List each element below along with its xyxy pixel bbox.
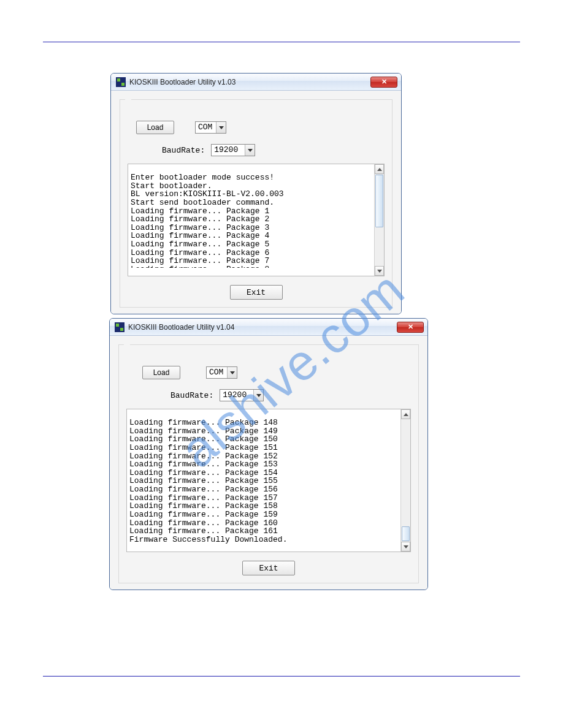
chevron-down-icon[interactable] — [227, 367, 237, 378]
com-port-value: COM — [207, 367, 227, 378]
titlebar[interactable]: KIOSKIII Bootloader Utility v1.03 ✕ — [111, 74, 401, 91]
chevron-down-icon[interactable] — [216, 122, 226, 133]
load-button[interactable]: Load — [136, 121, 174, 134]
exit-button[interactable]: Exit — [230, 285, 283, 300]
baudrate-value: 19200 — [212, 145, 245, 156]
load-button[interactable]: Load — [142, 366, 180, 379]
baudrate-label: BaudRate: — [162, 146, 205, 155]
log-text: Loading firmware... Package 148 Loading … — [127, 417, 400, 544]
scroll-up-button[interactable] — [401, 409, 410, 419]
window-title: KIOSKIII Bootloader Utility v1.04 — [128, 323, 397, 332]
log-output: Loading firmware... Package 148 Loading … — [126, 409, 411, 552]
scrollbar[interactable] — [400, 409, 410, 552]
com-port-select[interactable]: COM — [206, 366, 237, 379]
baudrate-value: 19200 — [220, 390, 253, 401]
scrollbar[interactable] — [374, 164, 384, 276]
close-button[interactable]: ✕ — [397, 322, 424, 333]
app-icon — [116, 77, 126, 87]
app-icon — [115, 322, 124, 332]
header-rule — [43, 42, 520, 42]
log-text: Enter bootloader mode success! Start boo… — [128, 172, 374, 268]
bootloader-window-1: KIOSKIII Bootloader Utility v1.03 ✕ Load… — [110, 73, 402, 314]
group-box: Load COM BaudRate: 19200 Enter bootloade… — [120, 99, 393, 308]
scroll-down-button[interactable] — [375, 266, 384, 276]
client-area: Load COM BaudRate: 19200 Enter bootloade… — [111, 91, 401, 314]
com-port-select[interactable]: COM — [195, 121, 226, 134]
titlebar[interactable]: KIOSKIII Bootloader Utility v1.04 ✕ — [110, 319, 427, 336]
baudrate-select[interactable]: 19200 — [220, 389, 264, 401]
bootloader-window-2: KIOSKIII Bootloader Utility v1.04 ✕ Load… — [109, 318, 428, 590]
baudrate-select[interactable]: 19200 — [211, 144, 255, 156]
com-port-value: COM — [196, 122, 216, 133]
log-output: Enter bootloader mode success! Start boo… — [128, 164, 385, 276]
close-icon: ✕ — [408, 323, 413, 331]
footer-rule — [43, 676, 520, 677]
scroll-thumb[interactable] — [402, 526, 410, 541]
chevron-down-icon[interactable] — [253, 390, 263, 401]
window-title: KIOSKIII Bootloader Utility v1.03 — [129, 78, 370, 86]
scroll-down-button[interactable] — [401, 542, 410, 552]
client-area: Load COM BaudRate: 19200 Loading firmwar… — [110, 336, 427, 590]
scroll-up-button[interactable] — [375, 164, 384, 174]
close-button[interactable]: ✕ — [370, 77, 397, 88]
baudrate-label: BaudRate: — [170, 391, 213, 400]
chevron-down-icon[interactable] — [245, 145, 255, 156]
close-icon: ✕ — [381, 78, 387, 86]
exit-button[interactable]: Exit — [242, 561, 295, 575]
group-box: Load COM BaudRate: 19200 Loading firmwar… — [118, 344, 419, 583]
scroll-thumb[interactable] — [375, 175, 383, 227]
